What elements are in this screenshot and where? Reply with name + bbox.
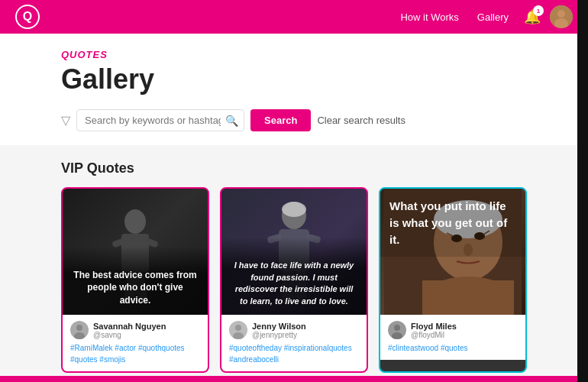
svg-rect-31 [422,280,514,315]
user-avatar[interactable] [550,5,573,28]
nav-gallery[interactable]: Gallery [477,11,509,23]
vip-section-title: VIP Quotes [61,160,527,176]
svg-point-1 [557,10,565,18]
card-3-tags: #clinteastwood #quotes [388,342,518,354]
card-3-username: Floyd Miles [411,322,518,331]
filter-icon[interactable]: ▽ [61,113,70,128]
card-2[interactable]: I have to face life with a newly found p… [220,187,368,373]
search-magnifier-icon: 🔍 [225,115,238,127]
bottom-border-strip [0,376,577,382]
card-3-user: Floyd Miles @floydMil [388,321,518,339]
card-1-username: Savannah Nguyen [93,322,200,331]
card-2-footer: Jenny Wilson @jennypretty #quoteoftheday… [221,315,367,371]
card-2-user-info: Jenny Wilson @jennypretty [252,322,359,339]
svg-point-3 [124,209,146,234]
search-input-wrapper: 🔍 [76,109,244,131]
logo-letter: Q [23,10,32,24]
svg-point-10 [76,325,82,331]
card-1-quote: The best advice comes from people who do… [63,246,208,315]
card-1-footer: Savannah Nguyen @savng #RamiMalek #actor… [63,315,208,371]
main-nav: How it Works Gallery [400,11,509,23]
vip-section: VIP Quotes The best advice comes from pe… [0,145,588,382]
card-3-handle: @floydMil [411,331,518,339]
card-1-handle: @savng [93,331,200,339]
search-button[interactable]: Search [250,109,311,131]
card-2-user: Jenny Wilson @jennypretty [229,321,359,339]
notif-badge: 1 [533,5,544,16]
page-title: Gallery [61,63,527,96]
header: Q How it Works Gallery 🔔 1 [0,0,588,34]
card-3-user-info: Floyd Miles @floydMil [411,322,518,339]
card-3-avatar [388,321,406,339]
card-image-1: The best advice comes from people who do… [63,189,208,315]
svg-point-33 [394,325,400,331]
section-label: Quotes [61,49,527,60]
card-2-username: Jenny Wilson [252,322,359,331]
card-2-handle: @jennypretty [252,331,359,339]
search-bar: ▽ 🔍 Search Clear search results [61,109,527,145]
cards-grid: The best advice comes from people who do… [61,187,527,373]
card-2-tags: #quoteoftheday #inspirationalquotes #and… [229,342,359,365]
right-border-strip [577,0,588,382]
header-icons: 🔔 1 [524,5,573,28]
card-1-tags: #RamiMalek #actor #quothquotes #quotes #… [70,342,200,365]
clear-search-link[interactable]: Clear search results [317,115,405,126]
search-input[interactable] [76,109,244,131]
card-1-user: Savannah Nguyen @savng [70,321,200,339]
card-image-2: I have to face life with a newly found p… [221,189,367,315]
notification-bell[interactable]: 🔔 1 [524,8,541,25]
card-image-3: What you put into life is what you get o… [380,189,525,315]
card-2-avatar [229,321,247,339]
logo[interactable]: Q [15,5,40,29]
card-2-quote: I have to face life with a newly found p… [221,237,367,315]
svg-point-20 [235,325,241,331]
card-3-footer: Floyd Miles @floydMil #clinteastwood #qu… [380,315,525,360]
page-header-section: Quotes Gallery ▽ 🔍 Search Clear search r… [0,34,588,145]
card-3[interactable]: What you put into life is what you get o… [379,187,527,373]
card-1-user-info: Savannah Nguyen @savng [93,322,200,339]
card-1-avatar [70,321,89,339]
card-3-quote: What you put into life is what you get o… [380,189,525,257]
nav-how-it-works[interactable]: How it Works [400,11,458,23]
card-1[interactable]: The best advice comes from people who do… [61,187,209,373]
svg-point-13 [282,202,306,217]
